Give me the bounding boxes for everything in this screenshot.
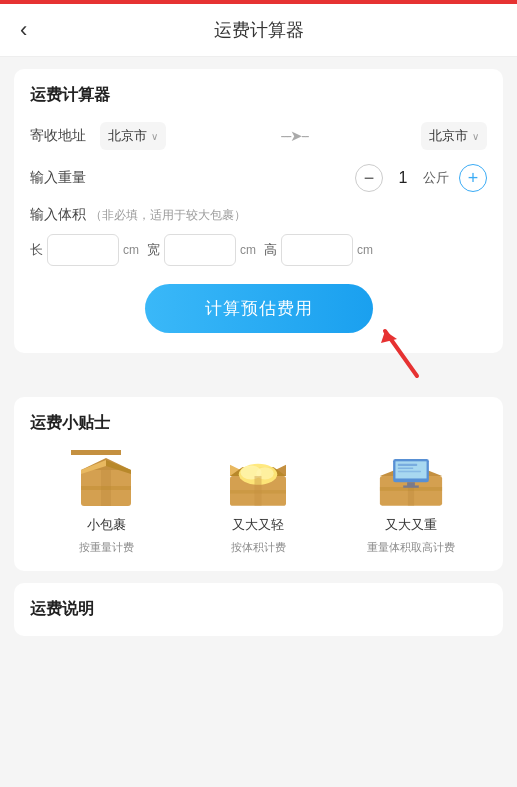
weight-row: 输入重量 − 1 公斤 +	[30, 164, 487, 192]
tips-items: 小包裹 按重量计费 又大又轻 按体	[30, 450, 487, 555]
svg-rect-26	[398, 464, 417, 466]
volume-section: 输入体积 （非必填，适用于较大包裹） 长 cm 宽 cm 高 cm	[30, 206, 487, 266]
width-group: 宽 cm	[147, 234, 256, 266]
calculate-button[interactable]: 计算预估费用	[145, 284, 373, 333]
svg-rect-28	[398, 471, 421, 473]
svg-rect-4	[71, 450, 121, 455]
tips-title: 运费小贴士	[30, 413, 487, 434]
volume-inputs: 长 cm 宽 cm 高 cm	[30, 234, 487, 266]
length-input[interactable]	[47, 234, 119, 266]
width-input[interactable]	[164, 234, 236, 266]
tips-item-light-desc: 按体积计费	[231, 540, 286, 555]
address-label: 寄收地址	[30, 127, 100, 145]
from-city-text: 北京市	[108, 127, 147, 145]
tips-item-light-title: 又大又轻	[232, 516, 284, 534]
heavy-box-icon	[376, 450, 446, 510]
svg-rect-27	[398, 468, 414, 470]
small-box-icon	[71, 450, 141, 510]
weight-label: 输入重量	[30, 169, 100, 187]
from-city-select[interactable]: 北京市 ∨	[100, 122, 166, 150]
tips-item-heavy: 又大又重 重量体积取高计费	[356, 450, 466, 555]
height-unit: cm	[357, 243, 373, 257]
tips-item-light: 又大又轻 按体积计费	[203, 450, 313, 555]
svg-marker-1	[381, 331, 397, 343]
to-city-text: 北京市	[429, 127, 468, 145]
width-unit: cm	[240, 243, 256, 257]
increase-weight-button[interactable]: +	[459, 164, 487, 192]
notice-card: 运费说明	[14, 583, 503, 636]
address-row: 寄收地址 北京市 ∨ - - - ➤ - - 北京市 ∨	[30, 122, 487, 150]
width-label: 宽	[147, 241, 160, 259]
calc-button-wrapper: 计算预估费用	[30, 284, 487, 333]
volume-label: 输入体积 （非必填，适用于较大包裹）	[30, 206, 487, 224]
height-label: 高	[264, 241, 277, 259]
weight-value: 1	[393, 169, 413, 187]
to-city-chevron: ∨	[472, 131, 479, 142]
height-group: 高 cm	[264, 234, 373, 266]
weight-unit: 公斤	[423, 169, 449, 187]
calculator-card: 运费计算器 寄收地址 北京市 ∨ - - - ➤ - - 北京市 ∨ 输入重量 …	[14, 69, 503, 353]
svg-rect-8	[81, 486, 131, 490]
tips-item-small-desc: 按重量计费	[79, 540, 134, 555]
address-selector: 北京市 ∨ - - - ➤ - - 北京市 ∨	[100, 122, 487, 150]
length-unit: cm	[123, 243, 139, 257]
to-city-select[interactable]: 北京市 ∨	[421, 122, 487, 150]
length-group: 长 cm	[30, 234, 139, 266]
tips-card: 运费小贴士 小包裹 按重量计费	[14, 397, 503, 571]
tips-item-heavy-desc: 重量体积取高计费	[367, 540, 455, 555]
header: ‹ 运费计算器	[0, 4, 517, 57]
light-box-icon	[223, 450, 293, 510]
svg-rect-17	[255, 476, 262, 506]
length-label: 长	[30, 241, 43, 259]
page-title: 运费计算器	[214, 18, 304, 42]
decrease-weight-button[interactable]: −	[355, 164, 383, 192]
tips-item-small: 小包裹 按重量计费	[51, 450, 161, 555]
back-button[interactable]: ‹	[20, 17, 27, 43]
calculator-title: 运费计算器	[30, 85, 487, 106]
notice-title: 运费说明	[30, 599, 487, 620]
tips-item-heavy-title: 又大又重	[385, 516, 437, 534]
from-city-chevron: ∨	[151, 131, 158, 142]
volume-hint: （非必填，适用于较大包裹）	[90, 208, 246, 222]
weight-control: − 1 公斤 +	[355, 164, 487, 192]
height-input[interactable]	[281, 234, 353, 266]
arrow-spacer	[0, 365, 517, 385]
tips-item-small-title: 小包裹	[87, 516, 126, 534]
svg-rect-25	[403, 485, 419, 487]
route-arrow: - - - ➤ - -	[172, 127, 415, 145]
